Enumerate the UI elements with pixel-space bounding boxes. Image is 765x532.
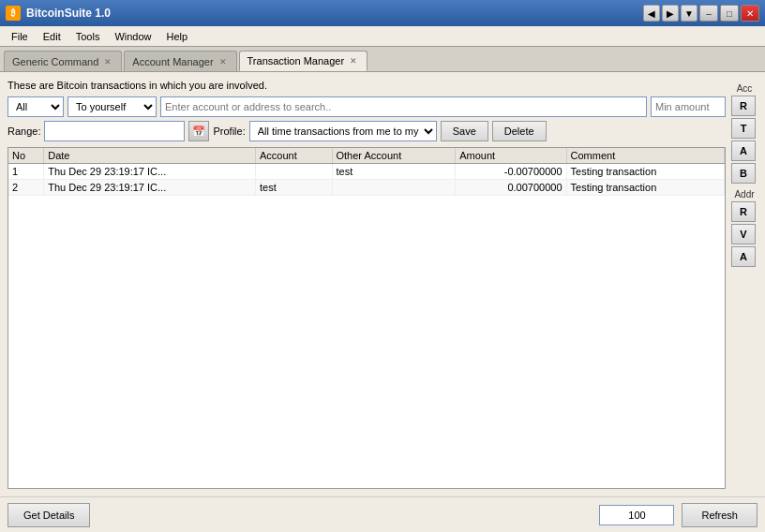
cell-no: 1 [8,164,44,180]
main-content: These are Bitcoin transactions in which … [0,72,765,496]
menu-window[interactable]: Window [107,29,158,44]
addr-label: Addr [731,189,758,200]
addr-r-button[interactable]: R [731,201,756,222]
minimize-button[interactable]: – [699,5,718,22]
save-button[interactable]: Save [441,121,488,141]
left-panel: These are Bitcoin transactions in which … [8,80,726,489]
menu-tools[interactable]: Tools [68,29,108,44]
cell-date: Thu Dec 29 23:19:17 IC... [44,164,256,180]
range-label: Range: [8,126,40,137]
range-calendar-button[interactable]: 📅 [188,121,209,141]
col-no: No [8,148,44,164]
close-button[interactable]: ✕ [741,5,759,22]
profile-select[interactable]: All time transactions from me to myself … [249,121,437,141]
app-title: BitcoinSuite 1.0 [26,7,111,20]
get-details-button[interactable]: Get Details [8,503,90,527]
tab-close-transaction[interactable]: ✕ [348,55,359,66]
acc-t-button[interactable]: T [731,118,756,139]
addr-a-button[interactable]: A [731,246,756,267]
filter-row: All Sent Received To yourself To others … [8,96,726,117]
menu-bar: File Edit Tools Window Help [0,26,765,47]
col-amount: Amount [456,148,566,164]
menu-edit[interactable]: Edit [36,29,68,44]
menu-help[interactable]: Help [159,29,196,44]
tab-transaction-manager[interactable]: Transaction Manager ✕ [239,51,368,71]
count-input[interactable] [599,505,674,525]
tab-label-transaction: Transaction Manager [248,55,345,66]
acc-label: Acc [731,83,758,94]
range-input[interactable] [44,121,185,141]
cell-date: Thu Dec 29 23:19:17 IC... [44,180,256,196]
filter-to-select[interactable]: To yourself To others All [68,96,157,117]
title-bar-controls: ◀ ▶ ▼ – □ ✕ [643,5,759,22]
tab-label-generic: Generic Command [12,56,98,67]
app-icon: ₿ [6,6,21,21]
cell-other-account [332,180,456,196]
nav-down-btn[interactable]: ▼ [681,5,698,22]
calendar-icon: 📅 [192,126,205,138]
filter-all-select[interactable]: All Sent Received [8,96,64,117]
cell-no: 2 [8,180,44,196]
cell-comment: Testing transaction [566,164,724,180]
nav-prev-btn[interactable]: ◀ [643,5,660,22]
app-window: These are Bitcoin transactions in which … [0,72,765,532]
nav-next-btn[interactable]: ▶ [662,5,679,22]
cell-other-account: test [332,164,456,180]
cell-amount: -0.00700000 [456,164,566,180]
table-row[interactable]: 2 Thu Dec 29 23:19:17 IC... test 0.00700… [8,180,725,196]
description-text: These are Bitcoin transactions in which … [8,80,726,91]
menu-file[interactable]: File [4,29,36,44]
tab-close-generic[interactable]: ✕ [102,56,113,67]
tab-generic-command[interactable]: Generic Command ✕ [4,51,122,71]
tab-label-account: Account Manager [132,56,213,67]
title-bar-left: ₿ BitcoinSuite 1.0 [6,6,111,21]
cell-amount: 0.00700000 [456,180,566,196]
acc-b-button[interactable]: B [731,163,756,184]
delete-button[interactable]: Delete [492,121,547,141]
table-row[interactable]: 1 Thu Dec 29 23:19:17 IC... test -0.0070… [8,164,725,180]
col-comment: Comment [566,148,724,164]
cell-account: test [255,180,332,196]
right-panel: Acc R T A B Addr R V A [731,80,758,489]
tab-account-manager[interactable]: Account Manager ✕ [124,51,236,71]
transaction-table-container: No Date Account Other Account Amount Com… [8,147,726,489]
range-row: Range: 📅 Profile: All time transactions … [8,121,726,141]
search-input[interactable] [160,96,647,117]
addr-v-button[interactable]: V [731,224,756,244]
acc-a-button[interactable]: A [731,140,756,161]
maximize-button[interactable]: □ [720,5,739,22]
transaction-table: No Date Account Other Account Amount Com… [8,148,725,196]
acc-r-button[interactable]: R [731,96,756,116]
min-amount-input[interactable] [651,96,726,117]
col-date: Date [44,148,256,164]
cell-account [255,164,332,180]
tabs-bar: Generic Command ✕ Account Manager ✕ Tran… [0,47,765,72]
col-account: Account [255,148,332,164]
profile-label: Profile: [213,126,245,137]
bottom-bar: Get Details Refresh [0,496,765,532]
col-other-account: Other Account [332,148,456,164]
title-bar: ₿ BitcoinSuite 1.0 ◀ ▶ ▼ – □ ✕ [0,0,765,26]
tab-close-account[interactable]: ✕ [218,56,229,67]
refresh-button[interactable]: Refresh [682,503,758,527]
cell-comment: Testing transaction [566,180,724,196]
